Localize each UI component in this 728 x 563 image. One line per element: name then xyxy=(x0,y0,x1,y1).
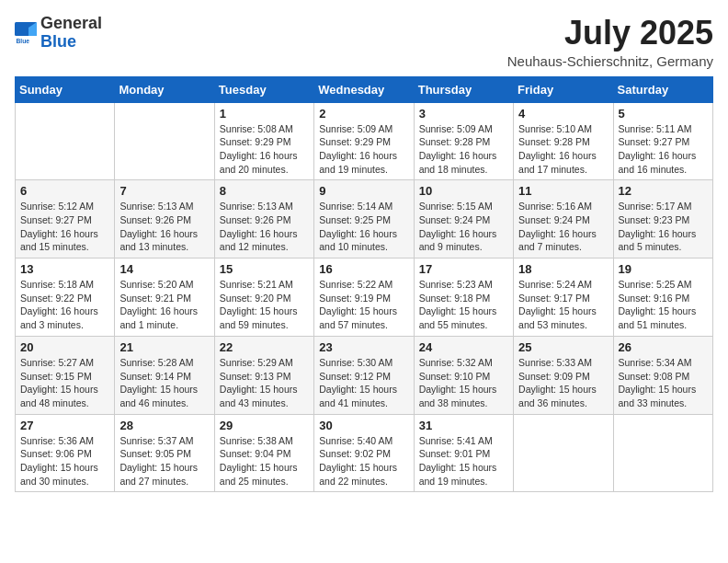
calendar-cell: 13Sunrise: 5:18 AM Sunset: 9:22 PM Dayli… xyxy=(16,259,115,337)
cell-info-text: Sunrise: 5:09 AM Sunset: 9:29 PM Dayligh… xyxy=(319,122,408,177)
calendar-cell: 12Sunrise: 5:17 AM Sunset: 9:23 PM Dayli… xyxy=(613,180,712,259)
calendar-week-3: 13Sunrise: 5:18 AM Sunset: 9:22 PM Dayli… xyxy=(16,259,713,337)
calendar-cell: 21Sunrise: 5:28 AM Sunset: 9:14 PM Dayli… xyxy=(115,336,214,414)
cell-day-number: 16 xyxy=(319,262,408,276)
cell-day-number: 31 xyxy=(419,419,508,432)
cell-day-number: 27 xyxy=(20,419,109,432)
cell-day-number: 18 xyxy=(518,262,608,276)
cell-info-text: Sunrise: 5:40 AM Sunset: 9:02 PM Dayligh… xyxy=(319,434,408,488)
cell-info-text: Sunrise: 5:15 AM Sunset: 9:24 PM Dayligh… xyxy=(419,200,508,254)
calendar-cell xyxy=(514,414,613,492)
header: Blue General Blue July 2025 Neuhaus-Schi… xyxy=(15,15,713,69)
calendar-cell: 8Sunrise: 5:13 AM Sunset: 9:26 PM Daylig… xyxy=(214,180,313,259)
cell-info-text: Sunrise: 5:14 AM Sunset: 9:25 PM Dayligh… xyxy=(319,200,408,254)
cell-day-number: 23 xyxy=(319,340,408,354)
cell-day-number: 25 xyxy=(518,340,608,354)
cell-info-text: Sunrise: 5:16 AM Sunset: 9:24 PM Dayligh… xyxy=(518,200,608,254)
title-block: July 2025 Neuhaus-Schierschnitz, Germany xyxy=(507,15,713,69)
calendar-cell xyxy=(115,102,214,180)
cell-day-number: 11 xyxy=(518,184,608,198)
day-header-wednesday: Wednesday xyxy=(314,76,414,102)
svg-text:Blue: Blue xyxy=(17,37,30,43)
calendar-cell: 7Sunrise: 5:13 AM Sunset: 9:26 PM Daylig… xyxy=(115,180,214,259)
calendar-week-2: 6Sunrise: 5:12 AM Sunset: 9:27 PM Daylig… xyxy=(16,180,713,259)
cell-info-text: Sunrise: 5:13 AM Sunset: 9:26 PM Dayligh… xyxy=(220,200,309,254)
calendar-cell xyxy=(16,102,115,180)
cell-info-text: Sunrise: 5:41 AM Sunset: 9:01 PM Dayligh… xyxy=(419,434,508,488)
cell-info-text: Sunrise: 5:12 AM Sunset: 9:27 PM Dayligh… xyxy=(20,200,109,254)
cell-day-number: 13 xyxy=(20,262,109,276)
cell-info-text: Sunrise: 5:34 AM Sunset: 9:08 PM Dayligh… xyxy=(619,356,708,410)
cell-info-text: Sunrise: 5:29 AM Sunset: 9:13 PM Dayligh… xyxy=(220,356,309,410)
logo: Blue General Blue xyxy=(15,15,102,52)
cell-day-number: 12 xyxy=(619,184,708,198)
calendar-cell: 20Sunrise: 5:27 AM Sunset: 9:15 PM Dayli… xyxy=(16,336,115,414)
calendar-cell: 25Sunrise: 5:33 AM Sunset: 9:09 PM Dayli… xyxy=(514,336,613,414)
cell-info-text: Sunrise: 5:18 AM Sunset: 9:22 PM Dayligh… xyxy=(20,278,109,332)
cell-info-text: Sunrise: 5:25 AM Sunset: 9:16 PM Dayligh… xyxy=(619,278,708,332)
day-header-saturday: Saturday xyxy=(613,76,712,102)
day-header-sunday: Sunday xyxy=(16,76,115,102)
cell-day-number: 21 xyxy=(119,340,209,354)
cell-day-number: 8 xyxy=(220,184,309,198)
calendar-header-row: SundayMondayTuesdayWednesdayThursdayFrid… xyxy=(16,76,713,102)
cell-day-number: 14 xyxy=(119,262,209,276)
calendar-cell: 4Sunrise: 5:10 AM Sunset: 9:28 PM Daylig… xyxy=(514,102,613,180)
cell-day-number: 10 xyxy=(419,184,508,198)
calendar-cell: 2Sunrise: 5:09 AM Sunset: 9:29 PM Daylig… xyxy=(314,102,414,180)
calendar-cell: 28Sunrise: 5:37 AM Sunset: 9:05 PM Dayli… xyxy=(115,414,214,492)
cell-info-text: Sunrise: 5:10 AM Sunset: 9:28 PM Dayligh… xyxy=(518,122,608,177)
calendar-cell: 11Sunrise: 5:16 AM Sunset: 9:24 PM Dayli… xyxy=(514,180,613,259)
cell-day-number: 19 xyxy=(619,262,708,276)
calendar-cell: 26Sunrise: 5:34 AM Sunset: 9:08 PM Dayli… xyxy=(613,336,712,414)
day-header-monday: Monday xyxy=(115,76,214,102)
cell-info-text: Sunrise: 5:21 AM Sunset: 9:20 PM Dayligh… xyxy=(220,278,309,332)
calendar-cell: 23Sunrise: 5:30 AM Sunset: 9:12 PM Dayli… xyxy=(314,336,414,414)
calendar-week-4: 20Sunrise: 5:27 AM Sunset: 9:15 PM Dayli… xyxy=(16,336,713,414)
calendar-cell: 5Sunrise: 5:11 AM Sunset: 9:27 PM Daylig… xyxy=(613,102,712,180)
cell-day-number: 6 xyxy=(20,184,109,198)
cell-info-text: Sunrise: 5:36 AM Sunset: 9:06 PM Dayligh… xyxy=(20,434,109,488)
calendar-cell: 22Sunrise: 5:29 AM Sunset: 9:13 PM Dayli… xyxy=(214,336,313,414)
logo-blue: Blue xyxy=(40,33,102,52)
day-header-thursday: Thursday xyxy=(414,76,513,102)
calendar-cell: 24Sunrise: 5:32 AM Sunset: 9:10 PM Dayli… xyxy=(414,336,513,414)
cell-info-text: Sunrise: 5:23 AM Sunset: 9:18 PM Dayligh… xyxy=(419,278,508,332)
cell-day-number: 1 xyxy=(220,107,309,121)
calendar-cell xyxy=(613,414,712,492)
cell-info-text: Sunrise: 5:28 AM Sunset: 9:14 PM Dayligh… xyxy=(119,356,209,410)
calendar-cell: 3Sunrise: 5:09 AM Sunset: 9:28 PM Daylig… xyxy=(414,102,513,180)
cell-day-number: 17 xyxy=(419,262,508,276)
calendar-cell: 18Sunrise: 5:24 AM Sunset: 9:17 PM Dayli… xyxy=(514,259,613,337)
cell-info-text: Sunrise: 5:27 AM Sunset: 9:15 PM Dayligh… xyxy=(20,356,109,410)
cell-day-number: 4 xyxy=(518,107,608,121)
logo-general: General xyxy=(40,15,102,33)
cell-day-number: 28 xyxy=(119,419,209,432)
cell-day-number: 5 xyxy=(619,107,708,121)
calendar-cell: 17Sunrise: 5:23 AM Sunset: 9:18 PM Dayli… xyxy=(414,259,513,337)
cell-day-number: 20 xyxy=(20,340,109,354)
cell-day-number: 30 xyxy=(319,419,408,432)
location-title: Neuhaus-Schierschnitz, Germany xyxy=(507,53,713,69)
cell-day-number: 26 xyxy=(619,340,708,354)
cell-info-text: Sunrise: 5:24 AM Sunset: 9:17 PM Dayligh… xyxy=(518,278,608,332)
cell-day-number: 15 xyxy=(220,262,309,276)
cell-day-number: 2 xyxy=(319,107,408,121)
logo-icon: Blue xyxy=(15,22,37,44)
calendar-cell: 9Sunrise: 5:14 AM Sunset: 9:25 PM Daylig… xyxy=(314,180,414,259)
calendar-cell: 10Sunrise: 5:15 AM Sunset: 9:24 PM Dayli… xyxy=(414,180,513,259)
calendar-cell: 14Sunrise: 5:20 AM Sunset: 9:21 PM Dayli… xyxy=(115,259,214,337)
cell-info-text: Sunrise: 5:13 AM Sunset: 9:26 PM Dayligh… xyxy=(119,200,209,254)
cell-info-text: Sunrise: 5:33 AM Sunset: 9:09 PM Dayligh… xyxy=(518,356,608,410)
calendar-week-1: 1Sunrise: 5:08 AM Sunset: 9:29 PM Daylig… xyxy=(16,102,713,180)
cell-day-number: 7 xyxy=(119,184,209,198)
calendar-cell: 15Sunrise: 5:21 AM Sunset: 9:20 PM Dayli… xyxy=(214,259,313,337)
cell-info-text: Sunrise: 5:32 AM Sunset: 9:10 PM Dayligh… xyxy=(419,356,508,410)
calendar-cell: 31Sunrise: 5:41 AM Sunset: 9:01 PM Dayli… xyxy=(414,414,513,492)
cell-day-number: 24 xyxy=(419,340,508,354)
calendar-cell: 19Sunrise: 5:25 AM Sunset: 9:16 PM Dayli… xyxy=(613,259,712,337)
cell-info-text: Sunrise: 5:17 AM Sunset: 9:23 PM Dayligh… xyxy=(619,200,708,254)
cell-info-text: Sunrise: 5:22 AM Sunset: 9:19 PM Dayligh… xyxy=(319,278,408,332)
cell-day-number: 29 xyxy=(220,419,309,432)
month-title: July 2025 xyxy=(507,15,713,52)
